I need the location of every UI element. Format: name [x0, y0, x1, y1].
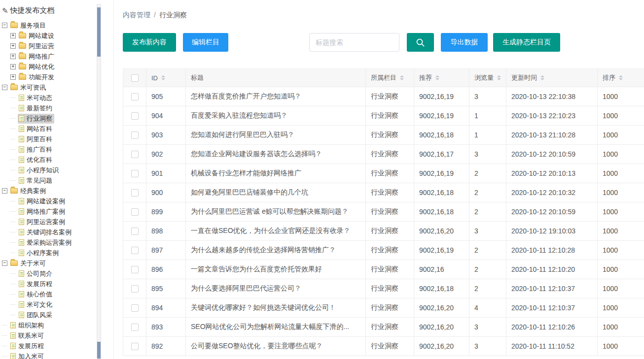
row-checkbox[interactable] [131, 151, 139, 158]
tree-node[interactable]: 联系米可 [9, 331, 46, 341]
column-header-views[interactable]: 浏览量 [469, 69, 506, 87]
cell-title[interactable]: 为什么要选择阿里巴巴代运营公司？ [186, 279, 366, 298]
generate-static-page-button[interactable]: 生成静态栏目页 [493, 33, 560, 52]
row-checkbox[interactable] [131, 324, 139, 331]
scrollbar-thumb-bottom[interactable] [97, 342, 101, 359]
tree-node[interactable]: 关键词排名案例 [18, 228, 73, 237]
collapse-minus-icon[interactable]: − [2, 261, 7, 266]
cell-title[interactable]: 为什么越来越多的传统企业选择网络营销推广？ [186, 241, 366, 260]
tree-node-selected[interactable]: 行业洞察 [18, 114, 54, 124]
cell-title[interactable]: 一直在做SEO优化，为什么企业官网还是没有收录？ [186, 222, 366, 241]
tree-node[interactable]: 米可文化 [18, 300, 54, 310]
search-button[interactable] [407, 33, 434, 52]
cell-title[interactable]: 机械设备行业怎样才能做好网络推广 [186, 164, 366, 183]
cell-title[interactable]: 您知道如何进行阿里巴巴入驻吗？ [186, 126, 366, 145]
tree-node[interactable]: 米可动态 [18, 93, 54, 103]
tree-node[interactable]: 服务项目 [9, 21, 48, 31]
tree-node[interactable]: 网站建设案例 [18, 196, 67, 206]
sort-icon[interactable] [400, 75, 404, 80]
tree-node[interactable]: 关于米可 [9, 259, 48, 268]
row-checkbox[interactable] [131, 189, 139, 196]
expand-plus-icon[interactable]: + [10, 33, 16, 38]
cell-title[interactable]: 关键词优化哪家好？如何挑选关键词优化公司！ [186, 298, 366, 318]
cell-title[interactable]: 公司要做SEO整站优化，要注意哪些点呢？ [186, 337, 366, 356]
tree-node[interactable]: 常见问题 [18, 176, 54, 186]
row-checkbox[interactable] [131, 247, 139, 254]
row-checkbox[interactable] [131, 170, 139, 177]
tree-node[interactable]: 公司简介 [18, 269, 54, 279]
column-header-order[interactable]: 排序 [598, 69, 644, 87]
cell-title[interactable]: 为什么阿里巴巴运营诚 e赊可以帮您解决账期问题？ [186, 202, 366, 222]
column-header-recommend[interactable]: 推荐 [414, 69, 469, 87]
cell-order: 1000 [598, 318, 644, 337]
column-header-category[interactable]: 所属栏目 [366, 69, 414, 87]
tree-node[interactable]: 网站百科 [18, 124, 54, 134]
cell-title[interactable]: SEO网站优化公司为您解析网站流量大幅度下滑的... [186, 318, 366, 337]
tree-node[interactable]: 阿里运营案例 [18, 217, 67, 227]
collapse-minus-icon[interactable]: − [2, 188, 7, 194]
row-checkbox[interactable] [131, 131, 139, 139]
row-checkbox[interactable] [131, 93, 139, 100]
file-icon [19, 146, 24, 153]
column-header-updated[interactable]: 更新时间 [506, 69, 598, 87]
tree-node[interactable]: 推广百科 [18, 145, 54, 155]
tree-node[interactable]: 发展历程 [9, 341, 46, 351]
row-checkbox[interactable] [131, 208, 139, 216]
edit-columns-button[interactable]: 编辑栏目 [183, 33, 228, 52]
cell-title[interactable]: 如何避免阿里巴巴店铺装修中的几个坑 [186, 183, 366, 202]
tree-node[interactable]: 米可资讯 [9, 83, 48, 93]
collapse-minus-icon[interactable]: − [2, 85, 7, 90]
cell-title[interactable]: 您知道企业网站建设服务器该怎么选择吗？ [186, 145, 366, 164]
tree-node[interactable]: 功能开发 [18, 72, 56, 82]
tree-node[interactable]: 小程序案例 [18, 248, 61, 258]
sort-icon[interactable] [435, 75, 439, 80]
tree-node[interactable]: 阿里百科 [18, 134, 54, 144]
cell-category: 行业洞察 [366, 126, 414, 145]
row-checkbox[interactable] [131, 228, 139, 235]
row-checkbox[interactable] [131, 285, 139, 293]
expand-plus-icon[interactable]: + [10, 54, 16, 59]
breadcrumb-item-current: 行业洞察 [159, 11, 187, 19]
tree-node[interactable]: 发展历程 [18, 279, 54, 289]
tree-node[interactable]: 优化百科 [18, 155, 54, 165]
cell-title[interactable]: 怎样做百度竞价推广开户您知道吗？ [186, 87, 366, 106]
cell-title[interactable]: 一篇文章告诉您为什么百度竞价托管效果好 [186, 260, 366, 279]
tree-node[interactable]: 核心价值 [18, 290, 54, 299]
tree-node[interactable]: 阿里运营 [18, 41, 56, 51]
tree-node[interactable]: 最新签约 [18, 103, 54, 113]
title-search-input[interactable] [309, 33, 399, 52]
cell-order: 1000 [598, 164, 644, 183]
breadcrumb-item-parent[interactable]: 内容管理 [123, 11, 150, 19]
table-row: 903您知道如何进行阿里巴巴入驻吗？行业洞察9002,16,1812020-10… [123, 126, 644, 145]
cell-title[interactable]: 百度爱采购入驻流程您知道吗？ [186, 106, 366, 126]
publish-new-content-button[interactable]: 发布新内容 [123, 33, 176, 52]
sidebar-scrollbar[interactable] [97, 4, 101, 359]
tree-node[interactable]: 网络推广案例 [18, 207, 67, 217]
tree-node[interactable]: 小程序知识 [18, 165, 61, 175]
tree-node[interactable]: 团队风采 [18, 310, 54, 320]
row-checkbox[interactable] [131, 112, 139, 120]
tree-node[interactable]: 爱采购运营案例 [18, 238, 73, 248]
scrollbar-thumb-top[interactable] [97, 7, 101, 57]
row-checkbox[interactable] [131, 266, 139, 273]
tree-node[interactable]: 加入米可 [9, 352, 46, 359]
row-checkbox[interactable] [131, 304, 139, 312]
tree-node[interactable]: 经典案例 [9, 186, 48, 196]
expand-plus-icon[interactable]: + [10, 74, 16, 80]
cell-views: 2 [469, 202, 506, 222]
sort-icon[interactable] [497, 75, 501, 80]
tree-node[interactable]: 组织架构 [9, 321, 46, 330]
row-checkbox[interactable] [131, 343, 139, 350]
select-all-checkbox[interactable] [131, 74, 139, 82]
expand-plus-icon[interactable]: + [10, 64, 16, 69]
sort-icon[interactable] [619, 75, 623, 80]
sort-icon[interactable] [540, 75, 544, 80]
tree-node[interactable]: 网络推广 [18, 52, 56, 62]
tree-node[interactable]: 网站优化 [18, 62, 56, 72]
tree-node[interactable]: 网站建设 [18, 31, 56, 41]
expand-plus-icon[interactable]: + [10, 43, 16, 49]
column-header-id[interactable]: ID [146, 69, 186, 87]
export-data-button[interactable]: 导出数据 [441, 33, 488, 52]
sort-icon[interactable] [161, 75, 165, 80]
collapse-minus-icon[interactable]: − [2, 23, 7, 28]
